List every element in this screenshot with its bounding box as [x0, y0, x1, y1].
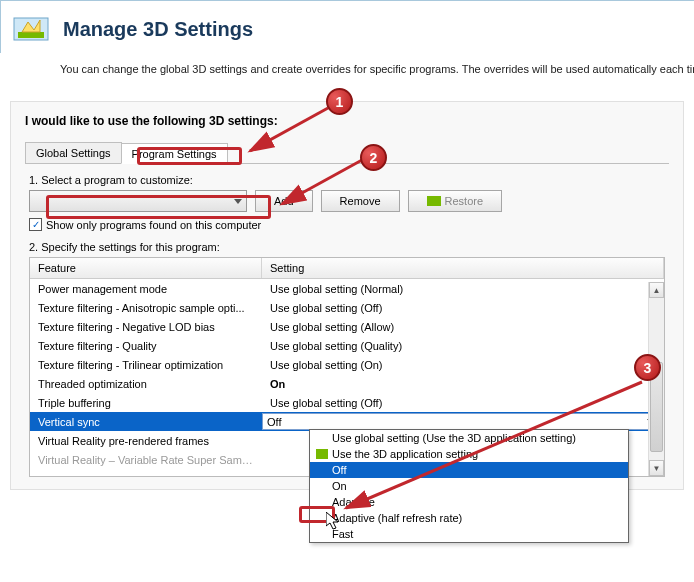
nvidia-3d-icon [11, 9, 51, 49]
vertical-sync-dropdown-menu: Use global setting (Use the 3D applicati… [309, 429, 629, 543]
add-button[interactable]: Add [255, 190, 313, 212]
table-header: Feature Setting [30, 258, 664, 279]
dropdown-option[interactable]: Adaptive [310, 494, 628, 510]
scroll-up-icon[interactable]: ▲ [649, 282, 664, 298]
scroll-down-icon[interactable]: ▼ [649, 460, 664, 476]
annotation-callout-1: 1 [326, 88, 353, 115]
step2-label: 2. Specify the settings for this program… [29, 241, 669, 253]
col-setting[interactable]: Setting [262, 258, 664, 278]
dropdown-option[interactable]: Adaptive (half refresh rate) [310, 510, 628, 526]
header-bar: Manage 3D Settings [0, 0, 694, 53]
tab-program-settings[interactable]: Program Settings [121, 143, 228, 164]
tab-global-settings[interactable]: Global Settings [25, 142, 122, 163]
settings-panel: I would like to use the following 3D set… [10, 101, 684, 490]
restore-label: Restore [445, 195, 484, 207]
program-select-dropdown[interactable] [29, 190, 247, 212]
annotation-callout-2: 2 [360, 144, 387, 171]
step1-label: 1. Select a program to customize: [29, 174, 669, 186]
table-row[interactable]: Texture filtering - QualityUse global se… [30, 336, 664, 355]
table-row[interactable]: Threaded optimizationOn [30, 374, 664, 393]
dropdown-option-highlighted[interactable]: Off [310, 462, 628, 478]
show-only-label: Show only programs found on this compute… [46, 219, 261, 231]
dropdown-option[interactable]: Use the 3D application setting [310, 446, 628, 462]
table-row[interactable]: Texture filtering - Anisotropic sample o… [30, 298, 664, 317]
annotation-callout-3: 3 [634, 354, 661, 381]
nvidia-logo-icon [316, 449, 328, 459]
tabs: Global Settings Program Settings [25, 142, 669, 164]
nvidia-logo-icon [427, 196, 441, 206]
settings-table: Feature Setting Power management modeUse… [29, 257, 665, 477]
dropdown-option[interactable]: Use global setting (Use the 3D applicati… [310, 430, 628, 446]
restore-button[interactable]: Restore [408, 190, 503, 212]
table-row[interactable]: Texture filtering - Negative LOD biasUse… [30, 317, 664, 336]
svg-rect-1 [18, 32, 44, 38]
setting-dropdown-cell[interactable]: Off [262, 413, 660, 430]
col-feature[interactable]: Feature [30, 258, 262, 278]
table-row[interactable]: Texture filtering - Trilinear optimizati… [30, 355, 664, 374]
table-row[interactable]: Triple bufferingUse global setting (Off) [30, 393, 664, 412]
cursor-icon [326, 512, 342, 532]
dropdown-option[interactable]: On [310, 478, 628, 494]
panel-lead: I would like to use the following 3D set… [25, 114, 669, 128]
table-row[interactable]: Power management modeUse global setting … [30, 279, 664, 298]
intro-text: You can change the global 3D settings an… [0, 53, 694, 79]
page-title: Manage 3D Settings [63, 18, 253, 41]
dropdown-option[interactable]: Fast [310, 526, 628, 542]
show-only-checkbox[interactable]: ✓ [29, 218, 42, 231]
svg-marker-7 [326, 512, 338, 529]
remove-button[interactable]: Remove [321, 190, 400, 212]
